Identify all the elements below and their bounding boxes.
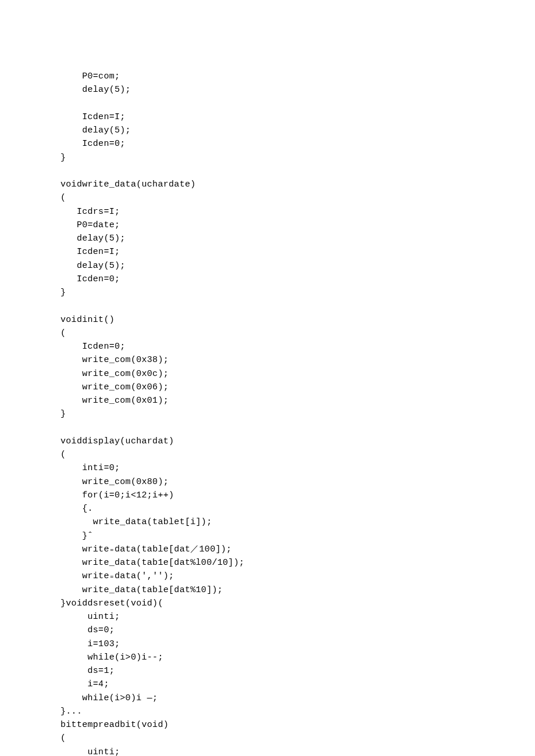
code-line: Icdrs=I; [60,207,120,217]
code-line: write_com(0x0c); [60,369,169,379]
code-line: write_data(tab1e[dat%l00/10]); [60,558,244,568]
code-line: {. [60,504,93,514]
code-line: ( [60,450,66,460]
code-line: while(i>0)i--; [60,653,163,662]
code-line: }voiddsreset(void)( [60,599,163,608]
code-line: write_com(0x06); [60,382,169,392]
code-line: while(i>0)i —; [60,693,158,703]
code-line: write₌data(',''); [60,571,174,581]
code-line: write_data(tablet[i]); [60,517,212,527]
code-line: voidinit() [60,315,115,325]
code-line: write_com(0x01); [60,396,169,406]
code-line: Icden=0; [60,274,120,284]
code-line: Icden=0; [60,342,126,352]
code-line: Icden=0; [60,139,126,149]
code-line: ( [60,328,66,338]
code-line: voiddisplay(uchardat) [60,436,174,446]
code-line: bittempreadbit(void) [60,720,169,730]
code-line: ( [60,193,66,203]
code-line: P0=date; [60,220,120,230]
code-line: write₌data(table[dat／100]); [60,544,231,554]
code-line: } [60,409,66,419]
code-document: P0=com; delay(5); Icden=I; delay(5); Icd… [0,0,535,756]
code-line: write_com(0x80); [60,477,169,487]
code-line: }ˆ [60,531,93,541]
code-line: inti=0; [60,463,120,473]
code-line: write_data(table[dat%10]); [60,585,223,595]
code-line: i=103; [60,639,120,649]
code-line: ( [60,733,66,743]
code-line: ds=1; [60,666,115,676]
code-line: for(i=0;i<12;i++) [60,490,174,500]
code-line: uinti; [60,612,120,622]
code-line: P0=com; [60,71,120,81]
code-line: ds=0; [60,625,115,635]
code-line: voidwrite_data(uchardate) [60,180,196,189]
code-line: delay(5); [60,126,131,135]
code-line: delay(5); [60,234,126,243]
code-line: Icden=I; [60,112,126,122]
code-line: } [60,153,66,163]
code-line: }... [60,707,82,716]
code-line: i=4; [60,679,109,689]
code-line: } [60,288,66,298]
code-line: Icden=I; [60,247,120,257]
code-line: write_com(0x38); [60,355,169,365]
code-line: uinti; [60,747,120,757]
code-line: delay(5); [60,261,126,271]
code-line: delay(5); [60,85,131,95]
